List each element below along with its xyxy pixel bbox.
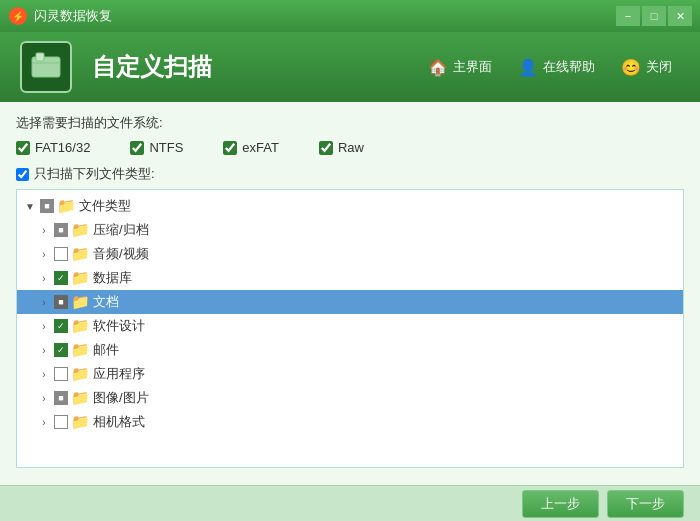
nav-home-label: 主界面: [453, 58, 492, 76]
root-checkbox[interactable]: ■: [40, 199, 54, 213]
image-folder-icon: 📁: [71, 389, 90, 407]
root-expand-icon[interactable]: ▼: [23, 199, 37, 213]
compress-expand-icon[interactable]: ›: [37, 223, 51, 237]
email-folder-icon: 📁: [71, 341, 90, 359]
fs-ntfs-label: NTFS: [149, 140, 183, 155]
prev-button[interactable]: 上一步: [522, 490, 599, 518]
help-icon: 👤: [518, 58, 538, 77]
software-expand-icon[interactable]: ›: [37, 319, 51, 333]
fs-ntfs-checkbox[interactable]: [130, 141, 144, 155]
camera-label: 相机格式: [93, 413, 145, 431]
minimize-button[interactable]: −: [616, 6, 640, 26]
document-expand-icon[interactable]: ›: [37, 295, 51, 309]
scan-types-label-text: 只扫描下列文件类型:: [34, 165, 155, 183]
page-title: 自定义扫描: [92, 51, 400, 83]
document-label: 文档: [93, 293, 119, 311]
nav-close-button[interactable]: 😊 关闭: [613, 54, 680, 81]
tree-item-audio[interactable]: › 📁 音频/视频: [17, 242, 683, 266]
database-expand-icon[interactable]: ›: [37, 271, 51, 285]
svg-text:⚡: ⚡: [12, 10, 25, 23]
next-button[interactable]: 下一步: [607, 490, 684, 518]
fs-raw-checkbox[interactable]: [319, 141, 333, 155]
database-label: 数据库: [93, 269, 132, 287]
email-label: 邮件: [93, 341, 119, 359]
window-controls: − □ ✕: [616, 6, 692, 26]
email-expand-icon[interactable]: ›: [37, 343, 51, 357]
tree-item-software[interactable]: › ✓ 📁 软件设计: [17, 314, 683, 338]
image-expand-icon[interactable]: ›: [37, 391, 51, 405]
app-folder-icon: 📁: [71, 365, 90, 383]
fs-raw-option[interactable]: Raw: [319, 140, 364, 155]
logo: [20, 41, 72, 93]
fs-raw-label: Raw: [338, 140, 364, 155]
app-checkbox[interactable]: [54, 367, 68, 381]
root-folder-icon: 📁: [57, 197, 76, 215]
camera-folder-icon: 📁: [71, 413, 90, 431]
tree-item-database[interactable]: › ✓ 📁 数据库: [17, 266, 683, 290]
nav-close-label: 关闭: [646, 58, 672, 76]
software-label: 软件设计: [93, 317, 145, 335]
audio-folder-icon: 📁: [71, 245, 90, 263]
camera-expand-icon[interactable]: ›: [37, 415, 51, 429]
app-expand-icon[interactable]: ›: [37, 367, 51, 381]
home-icon: 🏠: [428, 58, 448, 77]
app-label: 应用程序: [93, 365, 145, 383]
maximize-button[interactable]: □: [642, 6, 666, 26]
file-type-tree: ▼ ■ 📁 文件类型 › ■ 📁 压缩/归档 › 📁 音频/视频 › ✓ 📁 数…: [16, 189, 684, 468]
close-nav-icon: 😊: [621, 58, 641, 77]
titlebar: ⚡ 闪灵数据恢复 − □ ✕: [0, 0, 700, 32]
document-folder-icon: 📁: [71, 293, 90, 311]
image-label: 图像/图片: [93, 389, 149, 407]
email-checkbox[interactable]: ✓: [54, 343, 68, 357]
audio-expand-icon[interactable]: ›: [37, 247, 51, 261]
fs-label: 选择需要扫描的文件系统:: [16, 114, 684, 132]
fs-options: FAT16/32 NTFS exFAT Raw: [16, 140, 684, 155]
footer: 上一步 下一步: [0, 485, 700, 521]
fs-exfat-label: exFAT: [242, 140, 279, 155]
nav-help-button[interactable]: 👤 在线帮助: [510, 54, 603, 81]
compress-checkbox[interactable]: ■: [54, 223, 68, 237]
root-label: 文件类型: [79, 197, 131, 215]
svg-rect-3: [36, 53, 44, 61]
fs-ntfs-option[interactable]: NTFS: [130, 140, 183, 155]
scan-types-toggle[interactable]: 只扫描下列文件类型:: [16, 165, 684, 183]
fs-exfat-option[interactable]: exFAT: [223, 140, 279, 155]
image-checkbox[interactable]: ■: [54, 391, 68, 405]
scan-types-checkbox[interactable]: [16, 168, 29, 181]
footer-buttons: 上一步 下一步: [522, 490, 684, 518]
tree-item-app[interactable]: › 📁 应用程序: [17, 362, 683, 386]
camera-checkbox[interactable]: [54, 415, 68, 429]
fs-fat-label: FAT16/32: [35, 140, 90, 155]
software-checkbox[interactable]: ✓: [54, 319, 68, 333]
tree-item-compress[interactable]: › ■ 📁 压缩/归档: [17, 218, 683, 242]
tree-item-email[interactable]: › ✓ 📁 邮件: [17, 338, 683, 362]
tree-item-document[interactable]: › ■ 📁 文档: [17, 290, 683, 314]
fs-fat-option[interactable]: FAT16/32: [16, 140, 90, 155]
app-icon: ⚡: [8, 6, 28, 26]
document-checkbox[interactable]: ■: [54, 295, 68, 309]
app-title: 闪灵数据恢复: [34, 7, 616, 25]
audio-checkbox[interactable]: [54, 247, 68, 261]
audio-label: 音频/视频: [93, 245, 149, 263]
fs-fat-checkbox[interactable]: [16, 141, 30, 155]
main-content: 选择需要扫描的文件系统: FAT16/32 NTFS exFAT Raw 只扫描…: [0, 102, 700, 485]
software-folder-icon: 📁: [71, 317, 90, 335]
nav-home-button[interactable]: 🏠 主界面: [420, 54, 500, 81]
nav-buttons: 🏠 主界面 👤 在线帮助 😊 关闭: [420, 54, 680, 81]
nav-help-label: 在线帮助: [543, 58, 595, 76]
compress-folder-icon: 📁: [71, 221, 90, 239]
header: 自定义扫描 🏠 主界面 👤 在线帮助 😊 关闭: [0, 32, 700, 102]
tree-root[interactable]: ▼ ■ 📁 文件类型: [17, 194, 683, 218]
tree-item-camera[interactable]: › 📁 相机格式: [17, 410, 683, 434]
fs-exfat-checkbox[interactable]: [223, 141, 237, 155]
database-checkbox[interactable]: ✓: [54, 271, 68, 285]
compress-label: 压缩/归档: [93, 221, 149, 239]
close-button[interactable]: ✕: [668, 6, 692, 26]
database-folder-icon: 📁: [71, 269, 90, 287]
tree-item-image[interactable]: › ■ 📁 图像/图片: [17, 386, 683, 410]
